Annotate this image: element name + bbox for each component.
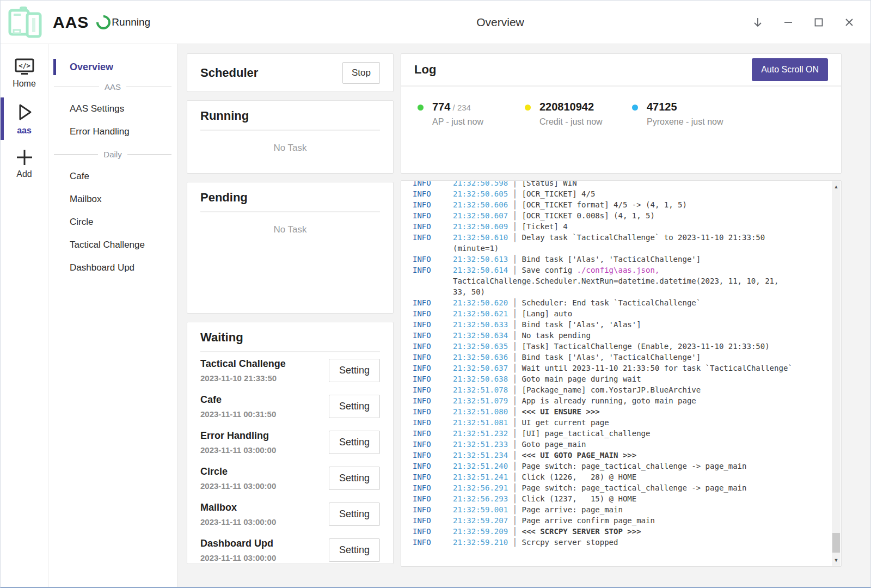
log-message: 21:32:50.637 │ Wait until 2023-11-10 21:… bbox=[453, 363, 796, 373]
log-text: [Task] TacticalChallenge (Enable, 2023-1… bbox=[522, 342, 769, 351]
nav-item-aas-settings[interactable]: AAS Settings bbox=[48, 97, 177, 120]
setting-button[interactable]: Setting bbox=[329, 467, 380, 490]
scheduler-card: Scheduler Stop bbox=[187, 53, 394, 92]
log-message: 21:32:50.633 │ Bind task ['Alas', 'Alas'… bbox=[453, 319, 796, 330]
log-message: 21:32:50.636 │ Bind task ['Alas', 'Tacti… bbox=[453, 352, 796, 363]
log-text: [Ticket] 4 bbox=[522, 222, 567, 231]
log-separator: │ bbox=[508, 222, 522, 231]
log-message: 21:32:56.293 │ Click (1237, 15) @ HOME bbox=[453, 493, 796, 504]
log-level: INFO bbox=[413, 493, 453, 504]
scrollbar-thumb[interactable] bbox=[832, 533, 840, 553]
log-scrollbar[interactable]: ▲ ▼ bbox=[832, 181, 841, 566]
log-level: INFO bbox=[413, 526, 453, 537]
log-level: INFO bbox=[413, 308, 453, 319]
log-entry: INFO21:32:50.636 │ Bind task ['Alas', 'T… bbox=[413, 352, 832, 363]
log-timestamp: 21:32:59.207 bbox=[453, 516, 508, 525]
spinner-icon bbox=[94, 12, 114, 32]
log-output-card: INFO21:32:50.598 │ [Status] WININFO21:32… bbox=[401, 180, 842, 567]
log-entry: INFO21:32:50.614 │ Save config ./config\… bbox=[413, 265, 832, 297]
log-timestamp: 21:32:51.233 bbox=[453, 440, 508, 449]
log-message: 21:32:50.598 │ [Status] WIN bbox=[453, 181, 796, 188]
log-text: [Package_name] com.YostarJP.BlueArchive bbox=[522, 385, 701, 394]
log-message: 21:32:59.001 │ Page arrive: page_main bbox=[453, 504, 796, 515]
stat-value: 220810942 bbox=[539, 101, 603, 113]
nav-section-label: Daily bbox=[98, 150, 127, 159]
log-level: INFO bbox=[413, 471, 453, 482]
maximize-icon[interactable] bbox=[806, 10, 831, 35]
log-message: 21:32:50.635 │ [Task] TacticalChallenge … bbox=[453, 341, 796, 352]
stat-label: AP - just now bbox=[432, 117, 483, 127]
app-logo-icon bbox=[7, 6, 43, 39]
play-icon bbox=[1, 101, 48, 124]
minimize-icon[interactable] bbox=[776, 10, 801, 35]
setting-button[interactable]: Setting bbox=[329, 395, 380, 418]
log-separator: │ bbox=[508, 505, 522, 514]
log-text: [Lang] auto bbox=[522, 309, 572, 318]
waiting-task-row: Error Handling2023-11-11 03:00:00Setting bbox=[200, 424, 380, 460]
rail-item-home[interactable]: </> Home bbox=[1, 52, 48, 95]
log-message: 21:32:51.078 │ [Package_name] com.Yostar… bbox=[453, 384, 796, 395]
resource-stat: 220810942Credit - just now bbox=[525, 101, 632, 127]
rail-label: aas bbox=[1, 126, 48, 136]
log-entry: INFO21:32:56.291 │ Page switch: page_tac… bbox=[413, 482, 832, 493]
scrollbar-down-icon[interactable]: ▼ bbox=[832, 556, 841, 565]
log-text: Scheduler: End task `TacticalChallenge` bbox=[522, 298, 701, 307]
log-separator: │ bbox=[508, 429, 522, 438]
log-timestamp: 21:32:56.291 bbox=[453, 483, 508, 492]
log-timestamp: 21:32:51.232 bbox=[453, 429, 508, 438]
titlebar: AAS Running Overview bbox=[1, 1, 870, 44]
setting-button[interactable]: Setting bbox=[329, 431, 380, 454]
nav-panel: OverviewAASAAS SettingsError HandlingDai… bbox=[48, 44, 177, 587]
nav-item-error-handling[interactable]: Error Handling bbox=[48, 120, 177, 143]
setting-button[interactable]: Setting bbox=[329, 359, 380, 382]
nav-item-mailbox[interactable]: Mailbox bbox=[48, 188, 177, 211]
rail-item-aas[interactable]: aas bbox=[1, 95, 48, 142]
log-timestamp: 21:32:51.081 bbox=[453, 418, 508, 427]
log-entry: INFO21:32:50.620 │ Scheduler: End task `… bbox=[413, 297, 832, 308]
log-separator: │ bbox=[508, 494, 522, 503]
setting-button[interactable]: Setting bbox=[329, 538, 380, 562]
nav-item-cafe[interactable]: Cafe bbox=[48, 165, 177, 188]
setting-button[interactable]: Setting bbox=[329, 503, 380, 526]
log-text: [OCR_TICKET] 4/5 bbox=[522, 189, 595, 198]
waiting-task-info: Cafe2023-11-11 00:31:50 bbox=[200, 394, 276, 419]
log-timestamp: 21:32:50.621 bbox=[453, 309, 508, 318]
log-text: [OCR_TICKET format] 4/5 -> (4, 1, 5) bbox=[522, 200, 686, 209]
auto-scroll-button[interactable]: Auto Scroll ON bbox=[752, 58, 828, 81]
log-timestamp: 21:32:50.613 bbox=[453, 255, 508, 264]
log-message: 21:32:51.240 │ Page switch: page_tactica… bbox=[453, 461, 796, 471]
log-entry: INFO21:32:51.080 │ <<< UI ENSURE >>> bbox=[413, 406, 832, 417]
log-text: [UI] page_tactical_challenge bbox=[522, 429, 650, 438]
waiting-task-row: Circle2023-11-11 03:00:00Setting bbox=[200, 460, 380, 496]
log-message: 21:32:50.638 │ Goto main page during wai… bbox=[453, 373, 796, 384]
log-timestamp: 21:32:51.240 bbox=[453, 462, 508, 470]
main-content: Scheduler Stop Running No Task Pending N… bbox=[177, 44, 870, 587]
nav-item-overview[interactable]: Overview bbox=[48, 58, 177, 76]
log-output[interactable]: INFO21:32:50.598 │ [Status] WININFO21:32… bbox=[401, 181, 832, 566]
stat-body: 47125Pyroxene - just now bbox=[647, 101, 723, 127]
nav-item-dashboard-upd[interactable]: Dashboard Upd bbox=[48, 256, 177, 279]
rail-item-add[interactable]: Add bbox=[1, 142, 48, 186]
log-level: INFO bbox=[413, 384, 453, 395]
stop-button[interactable]: Stop bbox=[342, 62, 380, 84]
log-level: INFO bbox=[413, 210, 453, 221]
log-entries: INFO21:32:50.598 │ [Status] WININFO21:32… bbox=[413, 181, 832, 548]
run-status: Running bbox=[96, 15, 150, 29]
log-message: 21:32:51.080 │ <<< UI ENSURE >>> bbox=[453, 406, 796, 417]
nav-item-tactical-challenge[interactable]: Tactical Challenge bbox=[48, 234, 177, 256]
log-timestamp: 21:32:50.605 bbox=[453, 189, 508, 198]
close-icon[interactable] bbox=[837, 10, 862, 35]
scrollbar-up-icon[interactable]: ▲ bbox=[832, 182, 841, 191]
log-separator: │ bbox=[508, 375, 522, 383]
log-separator: │ bbox=[508, 538, 522, 547]
waiting-task-row: Cafe2023-11-11 00:31:50Setting bbox=[200, 388, 380, 424]
log-message: 21:32:50.609 │ [Ticket] 4 bbox=[453, 221, 796, 232]
log-level: INFO bbox=[413, 221, 453, 232]
log-level: INFO bbox=[413, 199, 453, 210]
log-text: Save config bbox=[522, 266, 576, 274]
log-timestamp: 21:32:50.606 bbox=[453, 200, 508, 209]
download-icon[interactable] bbox=[745, 10, 770, 35]
nav-item-circle[interactable]: Circle bbox=[48, 211, 177, 234]
log-text: <<< UI ENSURE >>> bbox=[522, 407, 599, 416]
stat-label: Credit - just now bbox=[539, 117, 603, 127]
